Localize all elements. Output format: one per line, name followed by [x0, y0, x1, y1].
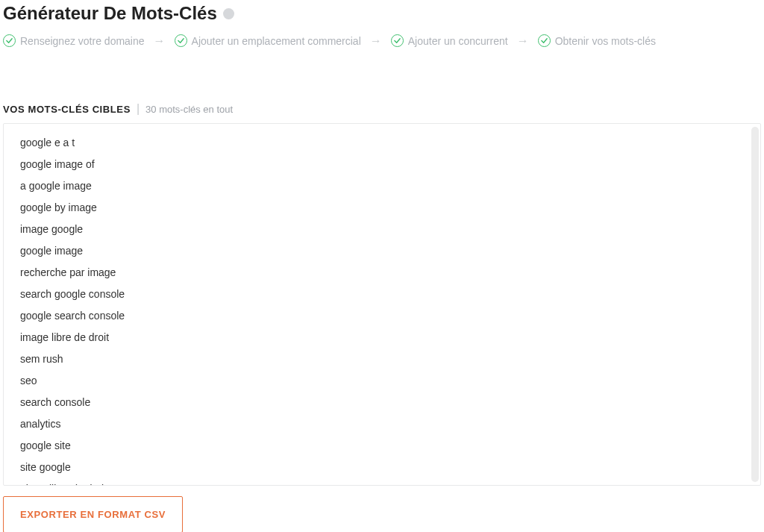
keyword-item[interactable]: image google	[20, 218, 744, 240]
step-label: Ajouter un emplacement commercial	[192, 35, 361, 47]
check-icon	[3, 34, 16, 47]
keyword-item[interactable]: search google console	[20, 283, 744, 304]
check-icon	[538, 34, 551, 47]
keyword-item[interactable]: google image	[20, 240, 744, 261]
step-label: Obtenir vos mots-clés	[555, 35, 656, 47]
keywords-list[interactable]: google e a tgoogle image ofa google imag…	[4, 124, 760, 485]
info-icon[interactable]	[223, 8, 234, 19]
keyword-item[interactable]: google site	[20, 434, 744, 456]
step-competitor[interactable]: Ajouter un concurrent	[391, 34, 508, 47]
check-icon	[391, 34, 404, 47]
keyword-item[interactable]: sem rush	[20, 348, 744, 369]
keyword-item[interactable]: photo libre de droit	[20, 478, 744, 485]
keyword-item[interactable]: google by image	[20, 196, 744, 218]
keyword-item[interactable]: google search console	[20, 304, 744, 326]
arrow-icon: →	[154, 35, 166, 47]
export-csv-button[interactable]: EXPORTER EN FORMAT CSV	[3, 496, 183, 532]
section-title: VOS MOTS-CLÉS CIBLES	[3, 104, 131, 115]
keyword-item[interactable]: google image of	[20, 153, 744, 175]
step-location[interactable]: Ajouter un emplacement commercial	[175, 34, 361, 47]
keyword-item[interactable]: analytics	[20, 413, 744, 434]
check-icon	[175, 34, 187, 47]
step-domain[interactable]: Renseignez votre domaine	[3, 34, 145, 47]
page-title: Générateur De Mots-Clés	[3, 0, 761, 34]
arrow-icon: →	[517, 35, 529, 47]
steps-breadcrumb: Renseignez votre domaine → Ajouter un em…	[3, 34, 761, 71]
keyword-item[interactable]: google e a t	[20, 131, 744, 153]
page-title-text: Générateur De Mots-Clés	[3, 3, 217, 24]
keyword-item[interactable]: image libre de droit	[20, 326, 744, 348]
keyword-item[interactable]: a google image	[20, 175, 744, 196]
keyword-item[interactable]: seo	[20, 369, 744, 391]
keywords-count: 30 mots-clés en tout	[145, 104, 233, 115]
step-label: Renseignez votre domaine	[20, 35, 145, 47]
section-header: VOS MOTS-CLÉS CIBLES | 30 mots-clés en t…	[3, 71, 761, 123]
arrow-icon: →	[370, 35, 382, 47]
step-keywords[interactable]: Obtenir vos mots-clés	[538, 34, 656, 47]
keywords-panel: google e a tgoogle image ofa google imag…	[3, 123, 761, 486]
keyword-item[interactable]: site google	[20, 456, 744, 478]
keyword-item[interactable]: recherche par image	[20, 261, 744, 283]
vertical-divider: |	[137, 102, 140, 116]
scrollbar[interactable]	[751, 127, 759, 482]
keyword-item[interactable]: search console	[20, 391, 744, 413]
step-label: Ajouter un concurrent	[408, 35, 508, 47]
